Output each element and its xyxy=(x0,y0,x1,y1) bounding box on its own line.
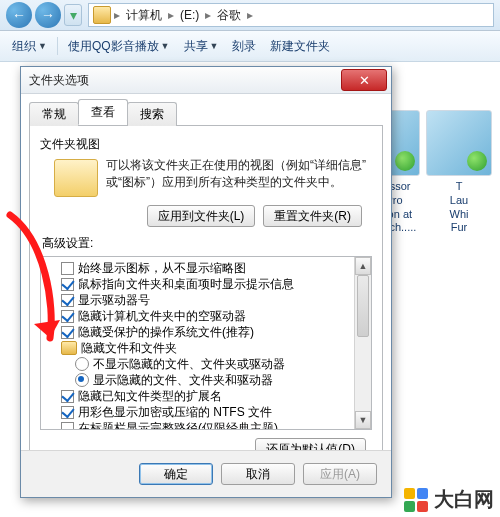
video-thumbnail-icon xyxy=(426,110,492,176)
advanced-item-label: 显示隐藏的文件、文件夹和驱动器 xyxy=(93,372,273,388)
organize-menu[interactable]: 组织▼ xyxy=(8,36,51,57)
folder-options-dialog: 文件夹选项 ✕ 常规 查看 搜索 文件夹视图 可以将该文件夹正在使用的视图（例如… xyxy=(20,66,392,498)
advanced-item[interactable]: 显示驱动器号 xyxy=(45,292,353,308)
watermark-text: 大白网 xyxy=(434,486,494,513)
watermark-logo-icon xyxy=(404,488,428,512)
scroll-up-button[interactable]: ▲ xyxy=(355,257,371,275)
checkbox[interactable] xyxy=(61,278,74,291)
dialog-titlebar[interactable]: 文件夹选项 ✕ xyxy=(21,67,391,94)
dialog-title: 文件夹选项 xyxy=(29,72,89,89)
advanced-label: 高级设置: xyxy=(42,235,372,252)
breadcrumb-item[interactable]: 计算机 xyxy=(123,7,165,24)
chevron-right-icon: ▸ xyxy=(247,8,253,22)
advanced-item-label: 在标题栏显示完整路径(仅限经典主题) xyxy=(78,420,278,430)
checkbox[interactable] xyxy=(61,262,74,275)
dialog-body: 常规 查看 搜索 文件夹视图 可以将该文件夹正在使用的视图（例如“详细信息”或“… xyxy=(29,101,383,451)
radio[interactable] xyxy=(75,373,89,387)
reset-folders-button[interactable]: 重置文件夹(R) xyxy=(263,205,362,227)
checkbox[interactable] xyxy=(61,326,74,339)
label: 刻录 xyxy=(232,38,256,55)
chevron-down-icon: ▼ xyxy=(161,41,170,51)
close-button[interactable]: ✕ xyxy=(341,69,387,91)
separator xyxy=(57,37,58,55)
advanced-item[interactable]: 隐藏已知文件类型的扩展名 xyxy=(45,388,353,404)
advanced-item[interactable]: 始终显示图标，从不显示缩略图 xyxy=(45,260,353,276)
advanced-item-label: 不显示隐藏的文件、文件夹或驱动器 xyxy=(93,356,285,372)
new-folder-button[interactable]: 新建文件夹 xyxy=(266,36,334,57)
advanced-item-label: 隐藏计算机文件夹中的空驱动器 xyxy=(78,308,246,324)
checkbox[interactable] xyxy=(61,422,74,431)
chevron-right-icon: ▸ xyxy=(114,8,120,22)
breadcrumb-item[interactable]: 谷歌 xyxy=(214,7,244,24)
tab-search[interactable]: 搜索 xyxy=(127,102,177,126)
advanced-settings-list: 始终显示图标，从不显示缩略图鼠标指向文件夹和桌面项时显示提示信息显示驱动器号隐藏… xyxy=(40,256,372,430)
play-menu[interactable]: 使用QQ影音播放▼ xyxy=(64,36,174,57)
nav-history-dropdown[interactable]: ▾ xyxy=(64,4,82,26)
chevron-down-icon: ▼ xyxy=(38,41,47,51)
back-button[interactable]: ← xyxy=(6,2,32,28)
label: 使用QQ影音播放 xyxy=(68,38,159,55)
advanced-item[interactable]: 用彩色显示加密或压缩的 NTFS 文件 xyxy=(45,404,353,420)
advanced-item[interactable]: 隐藏文件和文件夹 xyxy=(45,340,353,356)
close-icon: ✕ xyxy=(359,73,370,88)
cancel-button[interactable]: 取消 xyxy=(221,463,295,485)
file-name: T Lau Whi Fur xyxy=(424,180,494,235)
file-thumbnail[interactable]: T Lau Whi Fur xyxy=(424,110,494,235)
advanced-item-label: 隐藏文件和文件夹 xyxy=(81,340,177,356)
share-menu[interactable]: 共享▼ xyxy=(180,36,223,57)
tab-view[interactable]: 查看 xyxy=(78,99,128,125)
explorer-toolbar: 组织▼ 使用QQ影音播放▼ 共享▼ 刻录 新建文件夹 xyxy=(0,31,500,62)
label: 共享 xyxy=(184,38,208,55)
chevron-down-icon: ▼ xyxy=(210,41,219,51)
advanced-item-label: 隐藏受保护的操作系统文件(推荐) xyxy=(78,324,254,340)
dialog-footer: 确定 取消 应用(A) xyxy=(21,450,391,497)
burn-button[interactable]: 刻录 xyxy=(228,36,260,57)
label: 组织 xyxy=(12,38,36,55)
folder-icon xyxy=(61,341,77,355)
advanced-item-label: 隐藏已知文件类型的扩展名 xyxy=(78,388,222,404)
scrollbar[interactable]: ▲ ▼ xyxy=(354,257,371,429)
folder-icon xyxy=(93,6,111,24)
advanced-item-label: 显示驱动器号 xyxy=(78,292,150,308)
section-heading: 文件夹视图 xyxy=(40,136,372,153)
explorer-nav-bar: ← → ▾ ▸ 计算机 ▸ (E:) ▸ 谷歌 ▸ xyxy=(0,0,500,31)
tab-general[interactable]: 常规 xyxy=(29,102,79,126)
advanced-item[interactable]: 鼠标指向文件夹和桌面项时显示提示信息 xyxy=(45,276,353,292)
advanced-item[interactable]: 隐藏受保护的操作系统文件(推荐) xyxy=(45,324,353,340)
breadcrumb-item[interactable]: (E:) xyxy=(177,8,202,22)
scroll-down-button[interactable]: ▼ xyxy=(355,411,371,429)
ok-button[interactable]: 确定 xyxy=(139,463,213,485)
chevron-right-icon: ▸ xyxy=(205,8,211,22)
advanced-item[interactable]: 显示隐藏的文件、文件夹和驱动器 xyxy=(45,372,353,388)
watermark: 大白网 xyxy=(404,486,494,513)
checkbox[interactable] xyxy=(61,294,74,307)
advanced-item-label: 用彩色显示加密或压缩的 NTFS 文件 xyxy=(78,404,272,420)
radio[interactable] xyxy=(75,357,89,371)
checkbox[interactable] xyxy=(61,390,74,403)
apply-button[interactable]: 应用(A) xyxy=(303,463,377,485)
apply-to-folders-button[interactable]: 应用到文件夹(L) xyxy=(147,205,256,227)
advanced-item[interactable]: 在标题栏显示完整路径(仅限经典主题) xyxy=(45,420,353,430)
advanced-item-label: 鼠标指向文件夹和桌面项时显示提示信息 xyxy=(78,276,294,292)
advanced-item[interactable]: 不显示隐藏的文件、文件夹或驱动器 xyxy=(45,356,353,372)
checkbox[interactable] xyxy=(61,310,74,323)
breadcrumb[interactable]: ▸ 计算机 ▸ (E:) ▸ 谷歌 ▸ xyxy=(88,3,494,27)
tab-panel-view: 文件夹视图 可以将该文件夹正在使用的视图（例如“详细信息”或“图标”）应用到所有… xyxy=(29,126,383,452)
scroll-thumb[interactable] xyxy=(357,275,369,337)
section-description: 可以将该文件夹正在使用的视图（例如“详细信息”或“图标”）应用到所有这种类型的文… xyxy=(106,157,372,192)
advanced-item-label: 始终显示图标，从不显示缩略图 xyxy=(78,260,246,276)
checkbox[interactable] xyxy=(61,406,74,419)
tab-strip: 常规 查看 搜索 xyxy=(29,101,383,126)
chevron-right-icon: ▸ xyxy=(168,8,174,22)
advanced-item[interactable]: 隐藏计算机文件夹中的空驱动器 xyxy=(45,308,353,324)
folder-view-icon xyxy=(54,159,98,197)
label: 新建文件夹 xyxy=(270,38,330,55)
forward-button[interactable]: → xyxy=(35,2,61,28)
